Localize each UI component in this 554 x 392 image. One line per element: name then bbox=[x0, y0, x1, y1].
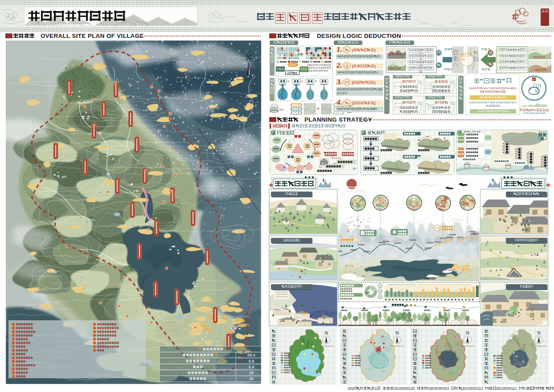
svg-text:»: » bbox=[287, 80, 289, 83]
svg-text:+: + bbox=[316, 106, 320, 112]
svg-text:8.8: 8.8 bbox=[249, 359, 254, 363]
svg-text:»: » bbox=[301, 80, 303, 83]
svg-text:»: » bbox=[315, 80, 317, 83]
svg-text:»»: »» bbox=[279, 107, 283, 112]
svg-text:25: 25 bbox=[249, 371, 254, 375]
svg-text:N: N bbox=[246, 53, 251, 62]
svg-text:N: N bbox=[324, 330, 328, 335]
svg-text:N: N bbox=[395, 330, 399, 335]
svg-text:0.4: 0.4 bbox=[249, 365, 254, 369]
svg-text:N: N bbox=[537, 330, 541, 335]
svg-text:60.4: 60.4 bbox=[247, 353, 255, 357]
svg-text:N: N bbox=[466, 330, 469, 335]
svg-text:30: 30 bbox=[249, 376, 254, 381]
